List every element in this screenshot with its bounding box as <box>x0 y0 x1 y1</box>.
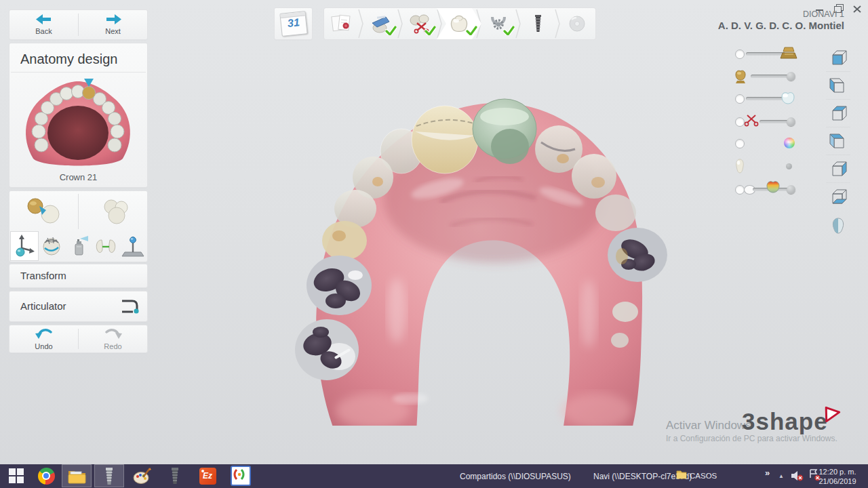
morph-globe-icon <box>41 235 62 258</box>
tray-overflow-chevron[interactable]: » <box>765 468 770 478</box>
activation-watermark-line1: Activar Windows <box>666 419 751 432</box>
articulator-section[interactable]: Articulator <box>9 291 147 321</box>
apply-anatomy-button[interactable] <box>9 191 78 230</box>
cut-slider-knob[interactable] <box>787 117 795 126</box>
activation-watermark-line2: Ir a Configuración de PC para activar Wi… <box>666 434 837 443</box>
view-top-button[interactable] <box>826 99 850 127</box>
casos-folder-icon[interactable] <box>676 470 687 479</box>
scissors-icon <box>744 113 759 127</box>
step-check <box>385 26 397 38</box>
close-button[interactable] <box>852 4 863 13</box>
taskbar-folder-label[interactable]: CASOS <box>690 472 717 480</box>
arch-overview-thumbnail[interactable] <box>13 75 143 171</box>
calendar-icon: 31 <box>279 11 307 37</box>
manual-adjust-button[interactable] <box>119 232 146 260</box>
view-right-button[interactable] <box>826 155 850 183</box>
cross-section-view-button[interactable] <box>826 211 850 239</box>
transform-section[interactable]: Transform <box>9 264 147 287</box>
selected-tooth-21 <box>83 87 96 100</box>
view-cube-front-icon <box>829 49 847 66</box>
tooth-preview-icon[interactable] <box>734 158 746 174</box>
planning-calendar-button[interactable]: 31 <box>275 8 312 39</box>
tooth-preview-dot[interactable] <box>786 163 792 169</box>
file-explorer-taskbar-button[interactable] <box>62 465 91 487</box>
taskbar-share-left[interactable]: Compartidos (\\DIOSUPASUS) <box>460 472 571 481</box>
tray-date: 21/06/2019 <box>811 476 864 486</box>
transform-tool-button[interactable] <box>11 232 38 260</box>
anatomy-radio[interactable] <box>735 94 745 104</box>
doctor-name: A. D. V. G. D. C. O. Montiel <box>718 20 844 31</box>
view-left-button[interactable] <box>826 71 850 100</box>
chrome-icon <box>38 468 55 485</box>
step-order[interactable] <box>324 8 358 39</box>
3d-model-viewport[interactable] <box>271 87 705 426</box>
tooth-24 <box>595 195 636 231</box>
ez-app-taskbar-button[interactable]: Ez <box>195 465 220 487</box>
tooth-26-amalgam <box>608 228 667 282</box>
slider-die <box>732 49 803 60</box>
next-button[interactable]: Next <box>79 10 147 39</box>
tooth-15 <box>322 221 367 260</box>
articulator-icon <box>119 298 140 315</box>
die-radio[interactable] <box>735 49 745 59</box>
view-bottom-button[interactable] <box>826 182 850 210</box>
cd-icon <box>567 14 587 34</box>
slider-gold-crown <box>732 72 803 83</box>
volume-muted-icon[interactable] <box>791 470 804 481</box>
tooth-23 <box>572 154 616 199</box>
paint-palette-icon <box>133 467 151 485</box>
redo-button[interactable]: Redo <box>79 325 147 352</box>
anatomy-crown-knob-icon[interactable] <box>779 90 797 106</box>
step-manufacture[interactable] <box>560 8 594 39</box>
slider-cut <box>732 117 803 128</box>
die-knob-icon[interactable] <box>780 45 797 62</box>
step-implant[interactable] <box>521 8 555 39</box>
tray-show-hidden-icon[interactable]: ▲ <box>778 473 784 479</box>
back-label: Back <box>35 27 52 35</box>
slider-color <box>732 139 803 150</box>
morph-tool-button[interactable] <box>38 232 65 260</box>
tooth-17-amalgam <box>295 319 359 380</box>
spray-can-icon <box>68 235 90 258</box>
step-scan[interactable] <box>363 8 397 39</box>
back-arrow-icon <box>36 14 52 24</box>
dental-planning-app-taskbar-button[interactable] <box>228 465 254 487</box>
tray-clock[interactable]: 12:20 p. m. 21/06/2019 <box>811 467 864 486</box>
view-cube-left-icon <box>829 77 847 94</box>
view-cube-bottom-icon <box>829 188 847 205</box>
articulator-label: Articulator <box>20 300 66 312</box>
joystick-icon <box>121 235 144 258</box>
occlusion-slider-knob[interactable] <box>787 185 795 194</box>
undo-icon <box>35 328 53 340</box>
paint-taskbar-button[interactable] <box>129 465 155 487</box>
tool-row <box>11 232 146 260</box>
occlusion-tooth-knob-icon[interactable] <box>764 180 782 195</box>
undo-button[interactable]: Undo <box>9 325 78 352</box>
undo-label: Undo <box>35 342 52 350</box>
color-sphere-icon[interactable] <box>784 138 795 148</box>
view-back-button[interactable] <box>826 127 850 155</box>
case-id: DIONAVI 1 <box>803 9 844 19</box>
view-front-button[interactable] <box>826 43 850 72</box>
implant-studio-taskbar-button[interactable] <box>95 465 123 487</box>
implant-viewer-taskbar-button[interactable] <box>163 465 187 487</box>
gold-crown-slider-knob[interactable] <box>787 72 795 81</box>
back-button[interactable]: Back <box>9 10 78 39</box>
multiple-teeth-button[interactable] <box>79 191 147 230</box>
color-radio[interactable] <box>735 139 745 148</box>
view-cube-right-icon <box>829 160 847 178</box>
chrome-taskbar-button[interactable] <box>34 465 58 487</box>
step-anatomy-design-active[interactable] <box>437 8 481 39</box>
wax-tool-button[interactable] <box>65 232 92 260</box>
start-button[interactable] <box>4 465 28 487</box>
cut-radio[interactable] <box>735 117 745 127</box>
slider-occlusion <box>732 185 803 196</box>
gold-crown-slider-track[interactable] <box>751 75 791 78</box>
step-frame-design[interactable] <box>481 8 515 39</box>
interproximal-contacts-button[interactable] <box>92 232 119 260</box>
occlusion-radio[interactable] <box>735 185 745 195</box>
nav-panel: Back Next <box>9 10 147 39</box>
dental-planning-app-icon <box>231 466 251 486</box>
gold-crown-icon[interactable] <box>732 68 749 85</box>
step-sculpt[interactable] <box>403 8 437 39</box>
